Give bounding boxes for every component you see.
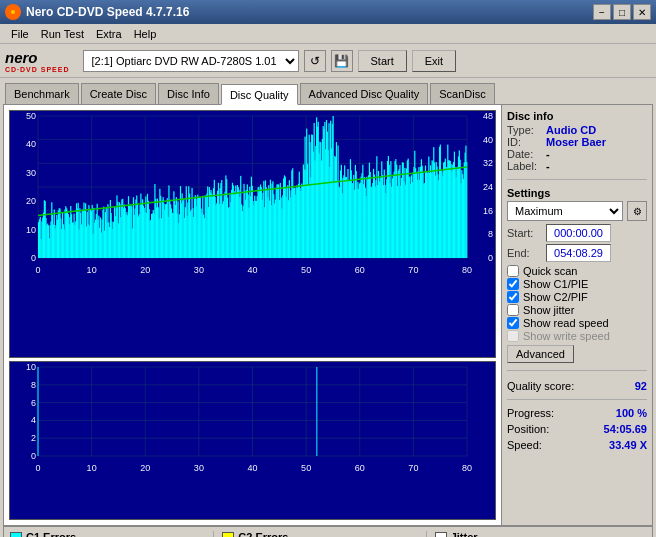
progress-label: Progress: (507, 407, 554, 419)
start-label: Start: (507, 227, 542, 239)
tab-create-disc[interactable]: Create Disc (81, 83, 156, 104)
progress-row: Progress: 100 % (507, 407, 647, 419)
save-icon-button[interactable]: 💾 (331, 50, 353, 72)
jitter-title: Jitter (451, 531, 478, 537)
jitter-stats: Jitter Average: - Maximum: - (435, 531, 638, 537)
disc-label-label: Label: (507, 160, 542, 172)
right-panel: Disc info Type: Audio CD ID: Moser Baer … (501, 105, 652, 525)
settings-title: Settings (507, 187, 647, 199)
c2-title: C2 Errors (238, 531, 288, 537)
position-value: 54:05.69 (604, 423, 647, 435)
show-c2-row: Show C2/PIF (507, 291, 647, 303)
date-label: Date: (507, 148, 542, 160)
show-jitter-label: Show jitter (523, 304, 574, 316)
tab-scandisc[interactable]: ScanDisc (430, 83, 494, 104)
show-read-speed-row: Show read speed (507, 317, 647, 329)
tab-benchmark[interactable]: Benchmark (5, 83, 79, 104)
disc-date-row: Date: - (507, 148, 647, 160)
date-value: - (546, 148, 550, 160)
type-value: Audio CD (546, 124, 596, 136)
app-icon (5, 4, 21, 20)
c1-color-box (10, 532, 22, 537)
stats-bar: C1 Errors Average: 7.35 Maximum: 48 Tota… (3, 526, 653, 537)
c1-title: C1 Errors (26, 531, 76, 537)
show-read-speed-checkbox[interactable] (507, 317, 519, 329)
disc-info-title: Disc info (507, 110, 647, 122)
settings-speed-row: Maximum ⚙ (507, 201, 647, 221)
tab-advanced-disc-quality[interactable]: Advanced Disc Quality (300, 83, 429, 104)
show-read-speed-label: Show read speed (523, 317, 609, 329)
close-button[interactable]: ✕ (633, 4, 651, 20)
settings-icon-button[interactable]: ⚙ (627, 201, 647, 221)
position-label: Position: (507, 423, 549, 435)
tab-disc-quality[interactable]: Disc Quality (221, 84, 298, 105)
end-time-row: End: (507, 244, 647, 262)
show-jitter-checkbox[interactable] (507, 304, 519, 316)
id-value: Moser Baer (546, 136, 606, 148)
menu-help[interactable]: Help (128, 26, 163, 42)
svg-point-1 (11, 10, 15, 14)
start-button[interactable]: Start (358, 50, 407, 72)
nero-logo-text: nero (5, 49, 38, 66)
quick-scan-row: Quick scan (507, 265, 647, 277)
start-time-row: Start: (507, 224, 647, 242)
show-c1-row: Show C1/PIE (507, 278, 647, 290)
speed-label: Speed: (507, 439, 542, 451)
speed-value: 33.49 X (609, 439, 647, 451)
menu-extra[interactable]: Extra (90, 26, 128, 42)
c1-stats: C1 Errors Average: 7.35 Maximum: 48 Tota… (10, 531, 214, 537)
tab-disc-info[interactable]: Disc Info (158, 83, 219, 104)
show-c2-checkbox[interactable] (507, 291, 519, 303)
menu-file[interactable]: File (5, 26, 35, 42)
progress-value: 100 % (616, 407, 647, 419)
jitter-color-box (435, 532, 447, 537)
show-c1-checkbox[interactable] (507, 278, 519, 290)
main-content: Disc info Type: Audio CD ID: Moser Baer … (3, 104, 653, 526)
divider-2 (507, 370, 647, 371)
drive-select[interactable]: [2:1] Optiarc DVD RW AD-7280S 1.01 (83, 50, 299, 72)
exit-button[interactable]: Exit (412, 50, 456, 72)
show-write-speed-row: Show write speed (507, 330, 647, 342)
disc-id-row: ID: Moser Baer (507, 136, 647, 148)
jitter-header: Jitter (435, 531, 630, 537)
nero-logo: nero CD·DVD SPEED (5, 49, 70, 73)
tab-bar: Benchmark Create Disc Disc Info Disc Qua… (0, 78, 656, 104)
refresh-icon-button[interactable]: ↺ (304, 50, 326, 72)
maximize-button[interactable]: □ (613, 4, 631, 20)
speed-row: Speed: 33.49 X (507, 439, 647, 451)
disc-label-row: Label: - (507, 160, 647, 172)
c2-chart (9, 361, 496, 520)
divider-3 (507, 399, 647, 400)
c2-color-box (222, 532, 234, 537)
quick-scan-label: Quick scan (523, 265, 577, 277)
minimize-button[interactable]: − (593, 4, 611, 20)
speed-dropdown[interactable]: Maximum (507, 201, 623, 221)
show-jitter-row: Show jitter (507, 304, 647, 316)
disc-label-value: - (546, 160, 550, 172)
toolbar: nero CD·DVD SPEED [2:1] Optiarc DVD RW A… (0, 44, 656, 78)
quality-score-value: 92 (635, 380, 647, 392)
c2-header: C2 Errors (222, 531, 417, 537)
type-label: Type: (507, 124, 542, 136)
position-row: Position: 54:05.69 (507, 423, 647, 435)
show-write-speed-checkbox[interactable] (507, 330, 519, 342)
advanced-button[interactable]: Advanced (507, 345, 574, 363)
end-time-input[interactable] (546, 244, 611, 262)
c2-stats: C2 Errors Average: 0.00 Maximum: 0 Total… (222, 531, 426, 537)
show-write-speed-label: Show write speed (523, 330, 610, 342)
quality-score-row: Quality score: 92 (507, 380, 647, 392)
disc-info-section: Disc info Type: Audio CD ID: Moser Baer … (507, 110, 647, 172)
titlebar: Nero CD-DVD Speed 4.7.7.16 − □ ✕ (0, 0, 656, 24)
c1-header: C1 Errors (10, 531, 205, 537)
settings-section: Settings Maximum ⚙ Start: End: Quick sca… (507, 187, 647, 363)
quick-scan-checkbox[interactable] (507, 265, 519, 277)
end-label: End: (507, 247, 542, 259)
divider-1 (507, 179, 647, 180)
id-label: ID: (507, 136, 542, 148)
quality-score-label: Quality score: (507, 380, 574, 392)
show-c1-label: Show C1/PIE (523, 278, 588, 290)
menu-run-test[interactable]: Run Test (35, 26, 90, 42)
start-time-input[interactable] (546, 224, 611, 242)
c1-chart (9, 110, 496, 358)
nero-logo-subtitle: CD·DVD SPEED (5, 66, 70, 73)
